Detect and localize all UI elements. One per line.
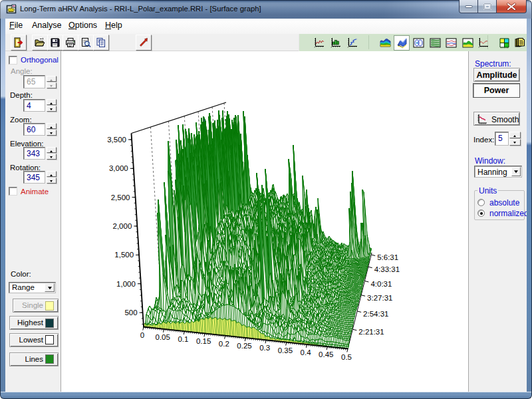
- svg-text:3,500: 3,500: [107, 136, 126, 144]
- svg-text:1,500: 1,500: [114, 251, 134, 259]
- svg-text:0.4: 0.4: [301, 348, 312, 356]
- svg-text:4:0:31: 4:0:31: [370, 280, 392, 288]
- svg-text:500: 500: [124, 309, 137, 317]
- svg-text:5:6:31: 5:6:31: [377, 253, 398, 261]
- svg-text:0.25: 0.25: [237, 342, 251, 350]
- svg-text:0.05: 0.05: [156, 333, 170, 341]
- svg-text:0.15: 0.15: [196, 337, 211, 345]
- svg-text:3,000: 3,000: [109, 164, 128, 172]
- svg-text:0.5: 0.5: [341, 353, 352, 361]
- svg-text:2:21:31: 2:21:31: [358, 328, 384, 336]
- svg-text:0: 0: [140, 331, 144, 339]
- svg-text:4:33:31: 4:33:31: [374, 265, 400, 273]
- svg-text:0.35: 0.35: [278, 346, 293, 354]
- svg-text:0.2: 0.2: [219, 340, 229, 348]
- svg-text:2:54:31: 2:54:31: [363, 310, 388, 318]
- svg-text:1,000: 1,000: [116, 280, 136, 288]
- svg-text:2,500: 2,500: [111, 194, 130, 201]
- svg-text:0.3: 0.3: [259, 344, 270, 352]
- svg-text:3:27:31: 3:27:31: [367, 294, 392, 302]
- svg-text:2,000: 2,000: [113, 222, 132, 230]
- svg-text:0.1: 0.1: [178, 335, 188, 343]
- svg-text:0.45: 0.45: [319, 350, 333, 358]
